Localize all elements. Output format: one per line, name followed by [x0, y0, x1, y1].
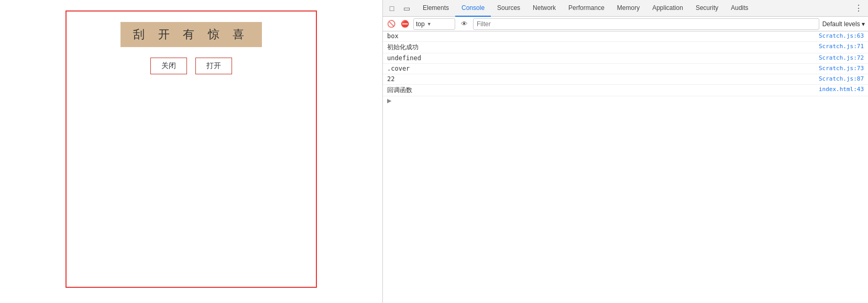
devtools-icons: □ ▭ — [386, 3, 412, 14]
console-entry-box: box Scratch.js:63 — [383, 31, 868, 42]
console-entry-cover: .cover Scratch.js:73 — [383, 64, 868, 74]
eye-icon[interactable]: 👁 — [458, 18, 470, 30]
console-stop-icon[interactable]: ⛔ — [400, 19, 410, 29]
console-bar: 🚫 ⛔ top ▼ 👁 Default levels ▾ — [383, 17, 868, 31]
console-entry-22: 22 Scratch.js:87 — [383, 74, 868, 85]
console-entry-callback: 回调函数 index.html:43 — [383, 85, 868, 96]
tab-network[interactable]: Network — [526, 0, 562, 17]
tab-sources[interactable]: Sources — [491, 0, 526, 17]
context-value: top — [416, 20, 425, 28]
tab-performance[interactable]: Performance — [562, 0, 611, 17]
filter-input[interactable] — [473, 18, 819, 30]
device-icon[interactable]: ▭ — [401, 3, 412, 14]
scratch-demo-box: 刮 开 有 惊 喜 关闭 打开 — [65, 10, 317, 288]
close-button[interactable]: 关闭 — [150, 58, 187, 74]
dropdown-arrow-icon: ▼ — [427, 21, 432, 27]
scratch-title-bar: 刮 开 有 惊 喜 — [120, 22, 262, 47]
browser-page: 刮 开 有 惊 喜 关闭 打开 — [0, 0, 382, 303]
console-entry-init: 初始化成功 Scratch.js:71 — [383, 42, 868, 53]
tab-memory[interactable]: Memory — [611, 0, 646, 17]
console-content: box Scratch.js:63 初始化成功 Scratch.js:71 un… — [383, 31, 868, 303]
tab-security[interactable]: Security — [689, 0, 724, 17]
inspect-icon[interactable]: □ — [386, 3, 398, 14]
scratch-title: 刮 开 有 惊 喜 — [133, 27, 249, 42]
default-levels-dropdown[interactable]: Default levels ▾ — [822, 20, 865, 28]
tab-application[interactable]: Application — [646, 0, 689, 17]
devtools-tabbar: □ ▭ Elements Console Sources Network Per… — [383, 0, 868, 17]
tab-elements[interactable]: Elements — [416, 0, 455, 17]
context-dropdown[interactable]: top ▼ — [413, 18, 455, 30]
console-clear-icon[interactable]: 🚫 — [386, 19, 397, 29]
scratch-controls: 关闭 打开 — [150, 58, 232, 74]
console-expand-arrow[interactable]: ▶ — [383, 96, 868, 105]
tab-audits[interactable]: Audits — [724, 0, 754, 17]
open-button[interactable]: 打开 — [195, 58, 232, 74]
devtools-more-actions: ⋮ — [852, 3, 865, 13]
console-entry-undefined: undefined Scratch.js:72 — [383, 53, 868, 64]
tab-console[interactable]: Console — [455, 0, 491, 17]
devtools-panel: □ ▭ Elements Console Sources Network Per… — [382, 0, 868, 303]
more-icon[interactable]: ⋮ — [852, 3, 865, 13]
